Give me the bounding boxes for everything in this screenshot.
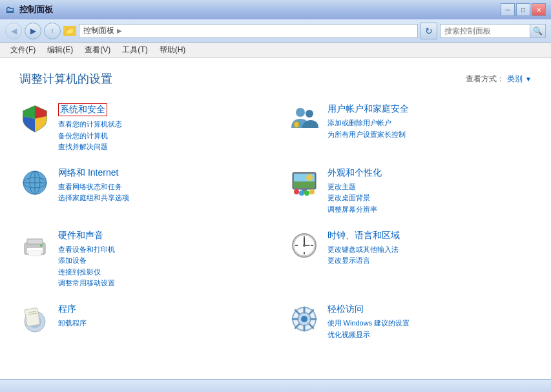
hardware-sub2[interactable]: 添加设备 (58, 255, 263, 267)
menu-bar: 文件(F) 编辑(E) 查看(V) 工具(T) 帮助(H) (0, 43, 551, 58)
clock-sub1[interactable]: 更改键盘或其他输入法 (327, 244, 532, 256)
maximize-button[interactable]: □ (516, 3, 530, 16)
appearance-title[interactable]: 外观和个性化 (327, 167, 532, 179)
accessibility-icon (289, 304, 320, 335)
folder-icon: 📁 (63, 26, 76, 36)
svg-point-10 (306, 174, 313, 181)
network-sub1[interactable]: 查看网络状态和任务 (58, 181, 263, 193)
security-sub1[interactable]: 查看您的计算机状态 (58, 119, 263, 130)
minimize-button[interactable]: ─ (501, 3, 515, 16)
programs-sub1[interactable]: 卸载程序 (58, 318, 263, 329)
title-bar-controls: ─ □ ✕ (501, 3, 546, 16)
content-area: 调整计算机的设置 查看方式： 类别 ▼ (0, 58, 551, 379)
hardware-text: 硬件和声音 查看设备和打印机 添加设备 连接到投影仪 调整常用移动设置 (58, 230, 263, 289)
title-bar-left: 🗂 控制面板 (5, 4, 53, 15)
svg-point-14 (299, 191, 304, 196)
svg-point-48 (301, 316, 307, 322)
menu-tools[interactable]: 工具(T) (117, 43, 152, 57)
programs-title[interactable]: 程序 (58, 304, 263, 315)
security-title[interactable]: 系统和安全 (58, 103, 107, 116)
menu-help[interactable]: 帮助(H) (154, 43, 191, 57)
window-icon: 🗂 (5, 5, 14, 15)
navigation-bar: ◀ ▶ ↑ 📁 控制面板 ▶ ↻ 🔍 (0, 19, 551, 43)
security-icon (19, 103, 50, 134)
hardware-sub1[interactable]: 查看设备和打印机 (58, 244, 263, 256)
user-icon (289, 103, 320, 134)
view-mode-selector: 查看方式： 类别 ▼ (466, 74, 532, 85)
control-panel-grid: 系统和安全 查看您的计算机状态 备份您的计算机 查找并解决问题 (19, 99, 532, 344)
search-button[interactable]: 🔍 (530, 24, 546, 38)
menu-edit[interactable]: 编辑(E) (42, 43, 78, 57)
svg-rect-20 (27, 239, 43, 244)
hardware-sub3[interactable]: 连接到投影仪 (58, 267, 263, 278)
user-text: 用户帐户和家庭安全 添加或删除用户帐户 为所有用户设置家长控制 (327, 103, 532, 140)
user-sub1[interactable]: 添加或删除用户帐户 (327, 118, 532, 129)
address-text: 控制面板 (83, 25, 114, 36)
network-title[interactable]: 网络和 Internet (58, 167, 263, 179)
user-sub2[interactable]: 为所有用户设置家长控制 (327, 129, 532, 141)
svg-point-16 (309, 189, 315, 194)
menu-view[interactable]: 查看(V) (79, 43, 116, 57)
appearance-icon (289, 167, 320, 198)
security-sub2[interactable]: 备份您的计算机 (58, 130, 263, 142)
clock-text: 时钟、语言和区域 更改键盘或其他输入法 更改显示语言 (327, 230, 532, 267)
panel-network: 网络和 Internet 查看网络状态和任务 选择家庭组和共享选项 (19, 163, 263, 220)
network-text: 网络和 Internet 查看网络状态和任务 选择家庭组和共享选项 (58, 167, 263, 204)
svg-point-21 (40, 244, 43, 247)
network-sub2[interactable]: 选择家庭组和共享选项 (58, 192, 263, 204)
panel-user: 用户帐户和家庭安全 添加或删除用户帐户 为所有用户设置家长控制 (289, 99, 532, 157)
title-bar: 🗂 控制面板 ─ □ ✕ (0, 0, 551, 19)
svg-rect-19 (28, 251, 41, 256)
page-header: 调整计算机的设置 查看方式： 类别 ▼ (19, 71, 532, 87)
address-arrow: ▶ (117, 27, 122, 34)
up-button[interactable]: ↑ (44, 23, 61, 39)
appearance-sub1[interactable]: 更改主题 (327, 181, 532, 193)
view-dropdown-icon[interactable]: ▼ (525, 76, 532, 83)
accessibility-sub1[interactable]: 使用 Windows 建议的设置 (327, 318, 532, 329)
page-title: 调整计算机的设置 (19, 71, 112, 87)
appearance-sub3[interactable]: 调整屏幕分辨率 (327, 204, 532, 216)
panel-accessibility: 轻松访问 使用 Windows 建议的设置 优化视频显示 (289, 300, 532, 344)
svg-point-30 (303, 244, 306, 247)
clock-icon (289, 230, 320, 261)
search-input[interactable] (440, 24, 530, 38)
clock-title[interactable]: 时钟、语言和区域 (327, 230, 532, 242)
address-bar: 📁 控制面板 ▶ (63, 24, 418, 38)
appearance-text: 外观和个性化 更改主题 更改桌面背景 调整屏幕分辨率 (327, 167, 532, 216)
refresh-button[interactable]: ↻ (421, 23, 437, 39)
security-text: 系统和安全 查看您的计算机状态 备份您的计算机 查找并解决问题 (58, 103, 263, 153)
panel-hardware: 硬件和声音 查看设备和打印机 添加设备 连接到投影仪 调整常用移动设置 (19, 226, 263, 293)
hardware-title[interactable]: 硬件和声音 (58, 230, 263, 242)
clock-sub2[interactable]: 更改显示语言 (327, 255, 532, 267)
svg-point-0 (296, 108, 305, 117)
panel-appearance: 外观和个性化 更改主题 更改桌面背景 调整屏幕分辨率 (289, 163, 532, 220)
view-label: 查看方式： (466, 74, 504, 85)
panel-programs: 程序 卸载程序 (19, 300, 263, 344)
svg-rect-35 (25, 307, 40, 326)
programs-text: 程序 卸载程序 (58, 304, 263, 329)
panel-security: 系统和安全 查看您的计算机状态 备份您的计算机 查找并解决问题 (19, 99, 263, 157)
view-mode-link[interactable]: 类别 (507, 74, 523, 85)
close-button[interactable]: ✕ (532, 3, 546, 16)
accessibility-sub2[interactable]: 优化视频显示 (327, 329, 532, 341)
address-box[interactable]: 控制面板 ▶ (79, 24, 418, 38)
svg-point-1 (306, 110, 313, 118)
forward-button[interactable]: ▶ (25, 23, 41, 39)
appearance-sub2[interactable]: 更改桌面背景 (327, 192, 532, 204)
window-title: 控制面板 (19, 4, 53, 15)
search-area: 🔍 (440, 24, 546, 38)
hardware-sub4[interactable]: 调整常用移动设置 (58, 278, 263, 289)
hardware-icon (19, 230, 50, 261)
accessibility-title[interactable]: 轻松访问 (327, 304, 532, 315)
user-title[interactable]: 用户帐户和家庭安全 (327, 103, 532, 115)
back-button[interactable]: ◀ (5, 23, 22, 39)
security-sub3[interactable]: 查找并解决问题 (58, 141, 263, 153)
accessibility-text: 轻松访问 使用 Windows 建议的设置 优化视频显示 (327, 304, 532, 340)
menu-file[interactable]: 文件(F) (5, 43, 41, 57)
svg-point-15 (304, 191, 309, 196)
programs-icon (19, 304, 50, 335)
status-bar (0, 379, 551, 392)
network-icon (19, 167, 50, 198)
svg-point-13 (294, 189, 299, 194)
svg-rect-9 (294, 181, 315, 188)
